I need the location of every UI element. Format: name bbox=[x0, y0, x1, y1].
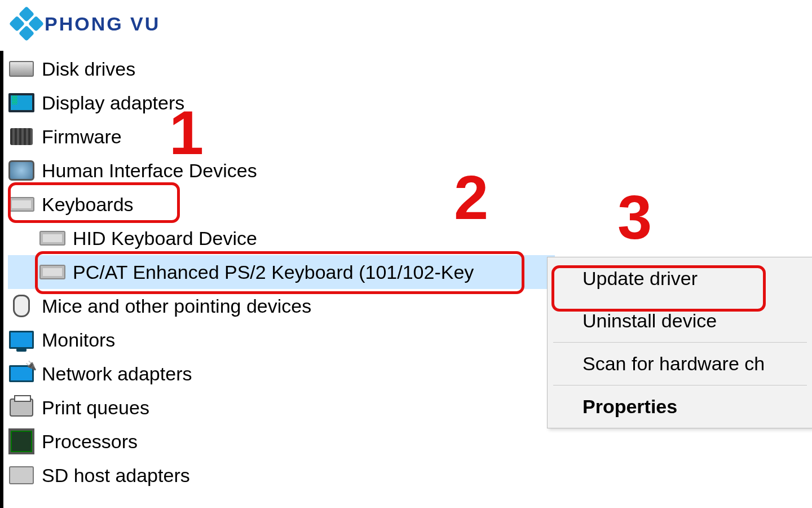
context-menu-properties[interactable]: Properties bbox=[548, 386, 812, 428]
context-menu-uninstall-device[interactable]: Uninstall device bbox=[548, 300, 812, 342]
display-adapter-icon bbox=[8, 92, 35, 113]
tree-item-ps2-keyboard[interactable]: PC/AT Enhanced PS/2 Keyboard (101/102-Ke… bbox=[8, 255, 555, 289]
tree-item-keyboards[interactable]: Keyboards bbox=[8, 187, 555, 221]
tree-item-label: SD host adapters bbox=[42, 466, 190, 485]
mouse-icon bbox=[8, 295, 35, 317]
tree-item-label: Disk drives bbox=[42, 59, 135, 78]
window-edge bbox=[0, 51, 3, 508]
annotation-step-3: 3 bbox=[617, 186, 652, 248]
tree-item-label: Mice and other pointing devices bbox=[42, 296, 311, 316]
tree-item-firmware[interactable]: Firmware bbox=[8, 120, 555, 154]
tree-item-label: Keyboards bbox=[42, 195, 134, 214]
tree-item-mice[interactable]: Mice and other pointing devices bbox=[8, 289, 555, 323]
tree-item-display-adapters[interactable]: Display adapters bbox=[8, 86, 555, 120]
sd-icon bbox=[8, 465, 35, 486]
tree-item-label: Human Interface Devices bbox=[42, 161, 257, 180]
tree-item-label: Display adapters bbox=[42, 93, 184, 112]
tree-item-label: HID Keyboard Device bbox=[73, 229, 257, 248]
brand-logo-icon bbox=[9, 6, 44, 41]
tree-item-hid-keyboard[interactable]: HID Keyboard Device bbox=[8, 221, 555, 255]
tree-item-label: Firmware bbox=[42, 127, 122, 146]
tree-item-network-adapters[interactable]: Network adapters bbox=[8, 357, 555, 391]
tree-item-sd-host-adapters[interactable]: SD host adapters bbox=[8, 458, 555, 492]
keyboard-icon bbox=[39, 261, 66, 283]
tree-item-print-queues[interactable]: Print queues bbox=[8, 391, 555, 424]
context-menu-scan-hardware[interactable]: Scan for hardware ch bbox=[548, 343, 812, 385]
brand-logo-text: PHONG VU bbox=[45, 13, 160, 35]
device-manager-tree: Disk drives Display adapters Firmware Hu… bbox=[8, 52, 555, 492]
firmware-icon bbox=[8, 126, 35, 147]
tree-item-hid[interactable]: Human Interface Devices bbox=[8, 154, 555, 187]
tree-item-processors[interactable]: Processors bbox=[8, 424, 555, 458]
tree-item-monitors[interactable]: Monitors bbox=[8, 323, 555, 357]
tree-item-label: Processors bbox=[42, 432, 138, 451]
context-menu: Update driver Uninstall device Scan for … bbox=[547, 257, 812, 428]
keyboard-icon bbox=[39, 227, 66, 249]
monitor-icon bbox=[8, 329, 35, 351]
tree-item-label: Monitors bbox=[42, 330, 115, 349]
printer-icon bbox=[8, 397, 35, 418]
tree-item-label: Print queues bbox=[42, 398, 149, 417]
tree-item-label: PC/AT Enhanced PS/2 Keyboard (101/102-Ke… bbox=[73, 262, 474, 282]
cpu-icon bbox=[8, 431, 35, 452]
hid-icon bbox=[8, 160, 35, 181]
brand-logo: PHONG VU bbox=[14, 11, 160, 36]
keyboard-icon bbox=[8, 194, 35, 215]
disk-icon bbox=[8, 58, 35, 80]
context-menu-update-driver[interactable]: Update driver bbox=[548, 257, 812, 300]
network-icon bbox=[8, 363, 35, 384]
tree-item-label: Network adapters bbox=[42, 364, 192, 383]
tree-item-disk-drives[interactable]: Disk drives bbox=[8, 52, 555, 86]
